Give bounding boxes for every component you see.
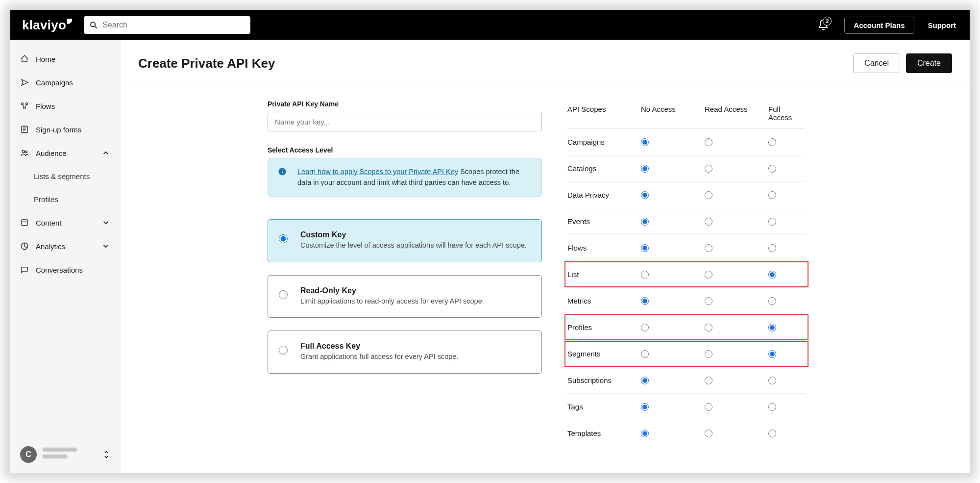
scope-name: Templates <box>567 429 641 437</box>
sidebar-item-campaigns[interactable]: Campaigns <box>10 71 120 94</box>
scopes-header-read: Read Access <box>705 105 768 122</box>
info-icon <box>278 167 287 176</box>
scope-radio-full[interactable] <box>768 138 776 146</box>
scope-cell-read <box>705 138 768 146</box>
scope-radio-full[interactable] <box>768 430 776 437</box>
scope-cell-no <box>641 403 705 411</box>
scope-cell-read <box>705 297 768 305</box>
support-link[interactable]: Support <box>926 21 958 29</box>
key-name-input[interactable] <box>268 112 542 131</box>
sort-toggle-icon[interactable] <box>102 449 110 460</box>
level-readonly-radio[interactable] <box>279 290 288 299</box>
scope-radio-full[interactable] <box>768 297 776 305</box>
chevron-up-icon <box>101 149 110 157</box>
scope-radio-full[interactable] <box>768 324 776 331</box>
sidebar-item-home[interactable]: Home <box>10 48 120 70</box>
sidebar-item-conversations[interactable]: Conversations <box>10 258 120 281</box>
scope-radio-no[interactable] <box>641 191 649 199</box>
scope-radio-read[interactable] <box>705 244 712 252</box>
brand-flag-icon <box>67 19 72 24</box>
scope-radio-read[interactable] <box>705 350 712 358</box>
scope-radio-read[interactable] <box>705 403 712 411</box>
scope-radio-read[interactable] <box>705 271 712 279</box>
create-button[interactable]: Create <box>906 53 952 73</box>
scope-radio-no[interactable] <box>641 244 649 252</box>
level-custom[interactable]: Custom Key Customize the level of access… <box>268 219 542 262</box>
level-full-radio[interactable] <box>279 346 288 355</box>
scope-cell-no <box>641 350 705 358</box>
scope-radio-no[interactable] <box>641 138 649 146</box>
svg-point-10 <box>25 151 27 153</box>
scope-cell-read <box>705 350 768 358</box>
scope-radio-read[interactable] <box>705 191 712 199</box>
account-plans-button[interactable]: Account Plans <box>844 17 914 34</box>
level-custom-radio[interactable] <box>279 234 288 243</box>
scope-radio-read[interactable] <box>705 297 712 305</box>
sidebar-item-lists-segments[interactable]: Lists & segments <box>10 165 120 187</box>
scope-cell-no <box>641 244 705 252</box>
scopes-learn-link[interactable]: Learn how to apply Scopes to your Privat… <box>297 168 458 176</box>
level-readonly[interactable]: Read-Only Key Limit applications to read… <box>268 275 542 318</box>
scope-radio-full[interactable] <box>768 218 776 226</box>
global-search[interactable] <box>84 16 250 34</box>
scope-radio-read[interactable] <box>705 218 712 226</box>
cancel-button[interactable]: Cancel <box>853 53 900 73</box>
scope-name: Profiles <box>567 323 641 331</box>
search-input[interactable] <box>102 21 245 29</box>
scope-radio-read[interactable] <box>705 377 712 384</box>
scope-radio-full[interactable] <box>768 377 776 384</box>
page-header: Create Private API Key Cancel Create <box>121 40 970 85</box>
sidebar-user[interactable]: C <box>10 439 120 473</box>
sidebar: Home Campaigns Flows Sign-up forms Audie… <box>10 40 121 473</box>
sidebar-item-label: Profiles <box>34 195 58 203</box>
scope-radio-read[interactable] <box>705 430 712 437</box>
scope-radio-read[interactable] <box>705 165 712 173</box>
scope-cell-read <box>705 377 768 384</box>
avatar: C <box>20 446 37 463</box>
scope-radio-no[interactable] <box>641 377 649 384</box>
chevron-down-icon <box>101 242 110 251</box>
scope-radio-no[interactable] <box>641 218 649 226</box>
level-desc: Grant applications full access for every… <box>300 352 528 362</box>
topbar: klaviyo 2 Account Plans Support <box>10 10 970 40</box>
scope-radio-full[interactable] <box>768 271 776 279</box>
scope-radio-full[interactable] <box>768 191 776 199</box>
scope-radio-full[interactable] <box>768 244 776 252</box>
scope-cell-full <box>768 297 803 305</box>
sidebar-item-signup-forms[interactable]: Sign-up forms <box>10 118 120 141</box>
search-icon <box>90 21 98 29</box>
scope-radio-full[interactable] <box>768 165 776 173</box>
scope-radio-no[interactable] <box>641 430 649 437</box>
level-title: Custom Key <box>300 230 528 239</box>
svg-rect-16 <box>282 170 283 171</box>
scope-cell-read <box>705 430 768 437</box>
scope-cell-full <box>768 191 803 199</box>
scope-name: List <box>567 270 641 279</box>
scope-radio-no[interactable] <box>641 403 649 411</box>
scope-radio-full[interactable] <box>768 403 776 411</box>
scope-radio-full[interactable] <box>768 350 776 358</box>
sidebar-item-analytics[interactable]: Analytics <box>10 235 120 257</box>
sidebar-item-label: Analytics <box>36 242 65 251</box>
scope-radio-read[interactable] <box>705 324 712 331</box>
scope-radio-read[interactable] <box>705 138 712 146</box>
sidebar-item-content[interactable]: Content <box>10 211 120 234</box>
scope-radio-no[interactable] <box>641 297 649 305</box>
scope-radio-no[interactable] <box>641 324 649 331</box>
audience-icon <box>20 149 29 157</box>
scope-radio-no[interactable] <box>641 350 649 358</box>
level-full[interactable]: Full Access Key Grant applications full … <box>268 330 542 374</box>
signup-forms-icon <box>20 125 29 134</box>
notifications-button[interactable]: 2 <box>814 16 833 34</box>
sidebar-item-label: Lists & segments <box>34 172 90 180</box>
sidebar-item-audience[interactable]: Audience <box>10 142 120 164</box>
scope-radio-no[interactable] <box>641 271 649 279</box>
level-desc: Customize the level of access applicatio… <box>300 240 528 251</box>
sidebar-item-flows[interactable]: Flows <box>10 95 120 117</box>
scope-radio-no[interactable] <box>641 165 649 173</box>
key-name-label: Private API Key Name <box>268 100 542 108</box>
scope-cell-no <box>641 138 705 146</box>
svg-rect-11 <box>22 220 27 226</box>
scope-cell-full <box>768 324 803 331</box>
sidebar-item-profiles[interactable]: Profiles <box>10 188 120 210</box>
